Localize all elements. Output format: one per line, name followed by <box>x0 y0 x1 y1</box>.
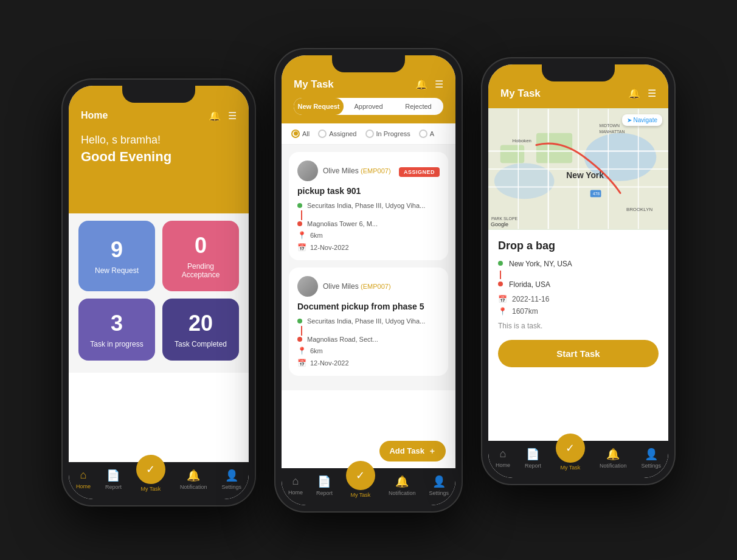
nav-mytask-label: My Task <box>141 486 161 492</box>
assigned-badge-1: ASSIGNED <box>399 167 440 177</box>
filter-assigned[interactable]: Assigned <box>318 130 356 138</box>
task-card-2[interactable]: Olive Miles (EMP007) Document pickup fro… <box>289 268 448 376</box>
p2-nav-mytask-label: My Task <box>351 492 371 498</box>
p3-bottom-nav: ⌂ Home 📄 Report ✓ My Task 🔔 Notification <box>488 441 668 478</box>
p3-nav-home[interactable]: ⌂ Home <box>496 448 510 468</box>
filter-other-label: A <box>430 130 434 137</box>
new-request-count: 9 <box>111 237 123 263</box>
p2-nav-mytask[interactable]: ✓ My Task <box>346 473 375 498</box>
p2-home-icon: ⌂ <box>292 475 299 488</box>
p3-nav-settings[interactable]: 👤 Settings <box>641 448 661 469</box>
nav-notification[interactable]: 🔔 Notification <box>180 469 207 490</box>
phone-3: My Task 🔔 ☰ <box>481 57 676 485</box>
navigate-arrow-icon: ➤ <box>627 117 632 123</box>
task2-title: Document pickup from phase 5 <box>297 302 440 311</box>
p3-nav-home-label: Home <box>496 462 510 468</box>
nav-home[interactable]: ⌂ Home <box>76 469 91 489</box>
add-task-button[interactable]: Add Task ＋ <box>379 441 446 461</box>
calendar-icon-2: 📅 <box>297 359 306 367</box>
svg-text:MANHATTAN: MANHATTAN <box>600 129 625 133</box>
p3-bell-icon[interactable]: 🔔 <box>628 88 640 99</box>
pending-count: 0 <box>195 233 207 258</box>
distance-icon-2: 📍 <box>297 347 306 355</box>
nav-home-label: Home <box>76 483 91 489</box>
tab-approved[interactable]: Approved <box>344 98 393 115</box>
p3-calendar-icon: 📅 <box>498 295 507 303</box>
svg-text:MIDTOWN: MIDTOWN <box>600 123 620 127</box>
task1-date: 12-Nov-2022 <box>310 244 349 251</box>
distance-icon-1: 📍 <box>297 231 306 240</box>
svg-text:BROOKLYN: BROOKLYN <box>626 207 652 212</box>
completed-count: 20 <box>189 311 213 336</box>
pending-label: Pending Acceptance <box>172 262 229 279</box>
start-task-button[interactable]: Start Task <box>498 340 659 367</box>
tab-new-request[interactable]: New Request <box>294 98 344 115</box>
avatar-1 <box>297 161 318 181</box>
avatar-2 <box>297 276 318 297</box>
filter-other[interactable]: A <box>419 130 434 138</box>
svg-text:PARK SLOPE: PARK SLOPE <box>491 216 518 220</box>
task1-from-dot <box>297 203 302 208</box>
task-title: Drop a bag <box>498 240 659 252</box>
p2-menu-icon[interactable]: ☰ <box>435 78 443 90</box>
p2-nav-report[interactable]: 📄 Report <box>316 475 333 496</box>
p2-nav-notification-label: Notification <box>389 490 416 496</box>
task-card-1[interactable]: Olive Miles (EMP007) ASSIGNED pickup tas… <box>289 152 448 260</box>
p3-from-dot <box>498 261 503 266</box>
p3-menu-icon[interactable]: ☰ <box>648 88 656 99</box>
in-progress-label: Task in progress <box>90 340 143 348</box>
p1-bottom-nav: ⌂ Home 📄 Report ✓ My Task 🔔 Notification <box>69 462 249 499</box>
pending-acceptance-card[interactable]: 0 Pending Acceptance <box>162 221 239 291</box>
p2-nav-home[interactable]: ⌂ Home <box>288 475 303 496</box>
route-line-1 <box>301 210 302 220</box>
p2-nav-notification[interactable]: 🔔 Notification <box>389 475 416 496</box>
p3-notification-icon: 🔔 <box>606 448 620 461</box>
nav-report[interactable]: 📄 Report <box>105 469 122 490</box>
nav-notification-label: Notification <box>180 484 207 490</box>
p3-to: Florida, USA <box>509 280 550 289</box>
phone-2: My Task 🔔 ☰ New Request Approved Rejecte… <box>274 48 463 513</box>
nav-mytask[interactable]: ✓ My Task <box>136 467 165 492</box>
notch-3 <box>542 64 615 81</box>
mytask-btn[interactable]: ✓ <box>136 455 165 484</box>
svg-text:478: 478 <box>593 192 600 196</box>
p2-mytask-icon: ✓ <box>356 469 365 482</box>
task2-to-dot <box>297 337 302 342</box>
task2-employee: Olive Miles (EMP007) <box>323 282 391 291</box>
p2-bell-icon[interactable]: 🔔 <box>415 78 427 90</box>
p3-nav-report[interactable]: 📄 Report <box>525 448 541 469</box>
p2-bottom-nav: ⌂ Home 📄 Report ✓ My Task 🔔 Notification <box>282 468 455 505</box>
filter-all[interactable]: All <box>291 130 310 138</box>
p2-notification-icon: 🔔 <box>395 475 409 488</box>
p2-nav-settings[interactable]: 👤 Settings <box>429 475 449 496</box>
nav-settings[interactable]: 👤 Settings <box>221 469 241 490</box>
svg-text:Hoboken: Hoboken <box>512 137 531 143</box>
p2-mytask-btn[interactable]: ✓ <box>346 461 375 490</box>
task-completed-card[interactable]: 20 Task Completed <box>162 299 239 361</box>
task2-to: Magnolias Road, Sect... <box>307 336 378 343</box>
notch-2 <box>332 55 405 72</box>
task2-from: Securitas India, Phase III, Udyog Viha..… <box>307 317 425 325</box>
p1-greeting-sub: Good Evening <box>81 149 237 165</box>
p3-route-line <box>500 271 501 279</box>
notch-1 <box>122 86 195 103</box>
p3-mytask-btn[interactable]: ✓ <box>556 434 585 463</box>
p3-to-dot <box>498 282 503 286</box>
p3-report-icon: 📄 <box>526 448 539 461</box>
navigate-button[interactable]: ➤ Navigate <box>622 114 662 126</box>
map-view[interactable]: New York Hoboken MIDTOWN MANHATTAN BROOK… <box>488 108 668 230</box>
new-request-card[interactable]: 9 New Request <box>78 221 155 291</box>
navigate-label: Navigate <box>634 117 657 123</box>
menu-icon[interactable]: ☰ <box>228 110 237 122</box>
task-in-progress-card[interactable]: 3 Task in progress <box>78 299 155 361</box>
p3-nav-notification[interactable]: 🔔 Notification <box>600 448 627 469</box>
tab-rejected[interactable]: Rejected <box>393 98 443 115</box>
bell-icon[interactable]: 🔔 <box>209 110 221 122</box>
task2-distance: 6km <box>310 347 323 354</box>
p1-greeting: Hello, s bramha! <box>81 134 237 147</box>
task2-emp-id: (EMP007) <box>361 283 391 290</box>
completed-label: Task Completed <box>175 340 227 348</box>
filter-inprogress[interactable]: In Progress <box>365 130 410 138</box>
filter-inprogress-label: In Progress <box>376 130 410 137</box>
p3-nav-mytask[interactable]: ✓ My Task <box>556 446 585 471</box>
